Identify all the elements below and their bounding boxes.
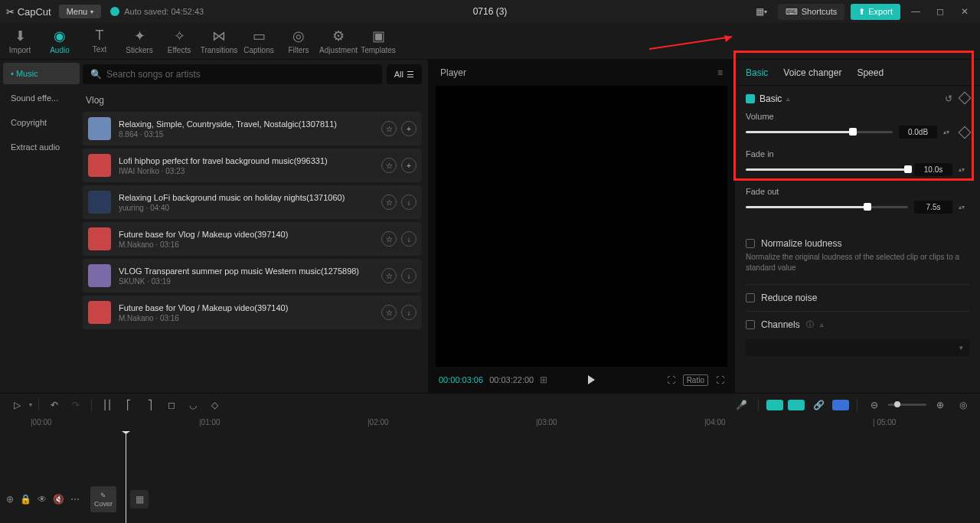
add-icon[interactable]: + <box>401 121 416 136</box>
favorite-icon[interactable]: ☆ <box>381 268 397 283</box>
fullscreen-icon[interactable]: ⛶ <box>716 375 724 384</box>
tool-text[interactable]: TText <box>80 23 119 59</box>
favorite-icon[interactable]: ☆ <box>381 158 397 173</box>
reset-icon[interactable]: ↺ <box>945 93 952 104</box>
tool-effects[interactable]: ✧Effects <box>159 23 199 59</box>
add-icon[interactable]: ↓ <box>401 194 416 210</box>
props-tab-voice-changer[interactable]: Voice changer <box>783 64 841 81</box>
favorite-icon[interactable]: ☆ <box>381 194 397 210</box>
filter-all-button[interactable]: All ☰ <box>387 64 422 84</box>
channels-dropdown[interactable]: ▾ <box>746 339 969 356</box>
timeline-ruler[interactable]: |00:00|01:00|02:00|03:00|04:00| 05:00 <box>0 416 980 431</box>
shortcuts-button[interactable]: ⌨ Shortcuts <box>778 4 844 20</box>
sidebar-item-3[interactable]: Extract audio <box>3 136 80 158</box>
undo-button[interactable]: ↶ <box>45 396 64 414</box>
tool-templates[interactable]: ▣Templates <box>358 23 398 59</box>
player-canvas[interactable] <box>436 86 727 367</box>
volume-keyframe-icon[interactable] <box>959 126 972 139</box>
link-icon[interactable]: 🔗 <box>809 396 828 414</box>
redo-button[interactable]: ↷ <box>67 396 85 414</box>
fadein-slider[interactable] <box>746 168 908 171</box>
lock-icon[interactable]: 🔒 <box>20 494 31 505</box>
fadein-spinner[interactable]: ▴▾ <box>959 166 969 173</box>
tool-captions[interactable]: ▭Captions <box>239 23 279 59</box>
channels-checkbox[interactable] <box>746 320 755 329</box>
zoom-slider[interactable] <box>888 404 926 406</box>
favorite-icon[interactable]: ☆ <box>381 231 397 247</box>
volume-spinner[interactable]: ▴▾ <box>943 129 954 136</box>
keyframe-icon[interactable] <box>959 92 972 105</box>
fit-button[interactable]: ◎ <box>954 396 972 414</box>
trim-left-button[interactable]: ⎡ <box>119 396 138 414</box>
cover-button[interactable]: ✎Cover <box>90 486 116 512</box>
ruler-mark: | 05:00 <box>873 418 896 427</box>
export-button[interactable]: ⬆ Export <box>851 4 900 20</box>
snap-toggle[interactable] <box>766 400 783 410</box>
bookmark-button[interactable]: ◇ <box>205 396 224 414</box>
tool-import[interactable]: ⬇Import <box>0 23 40 59</box>
title-bar: ✂ CapCut Menu ▾ Auto saved: 04:52:43 071… <box>0 0 980 23</box>
magnet-toggle[interactable] <box>788 400 805 410</box>
menu-button[interactable]: Menu ▾ <box>59 5 102 18</box>
favorite-icon[interactable]: ☆ <box>381 305 397 320</box>
tool-audio[interactable]: ◉Audio <box>40 23 80 59</box>
close-button[interactable]: ✕ <box>956 2 974 21</box>
ratio-button[interactable]: Ratio <box>683 374 708 386</box>
normalize-checkbox[interactable] <box>746 239 755 248</box>
maximize-button[interactable]: ◻ <box>931 2 949 21</box>
song-row[interactable]: Future base for Vlog / Makeup video(3971… <box>83 296 422 329</box>
more-icon[interactable]: ⋯ <box>70 494 80 505</box>
song-row[interactable]: Relaxing LoFi background music on holida… <box>83 185 422 219</box>
fadeout-spinner[interactable]: ▴▾ <box>959 204 969 211</box>
mute-icon[interactable]: 🔇 <box>53 494 64 505</box>
volume-value[interactable]: 0.0dB <box>899 126 937 139</box>
song-row[interactable]: Relaxing, Simple, Countryside, Travel, N… <box>83 112 422 145</box>
track-thumbnail[interactable]: ▦ <box>130 490 149 508</box>
favorite-icon[interactable]: ☆ <box>381 121 397 136</box>
track-menu-icon[interactable]: ⊕ <box>6 494 14 505</box>
crop-icon[interactable]: ⛶ <box>667 375 675 384</box>
zoom-out-button[interactable]: ⊖ <box>865 396 884 414</box>
sidebar-item-1[interactable]: Sound effe... <box>3 87 80 109</box>
song-thumb <box>88 227 111 250</box>
volume-slider[interactable] <box>746 131 893 133</box>
song-row[interactable]: VLOG Transparent summer pop music Wester… <box>83 259 422 293</box>
tool-transitions[interactable]: ⋈Transitions <box>199 23 239 59</box>
basic-checkbox[interactable] <box>746 94 755 103</box>
props-tab-speed[interactable]: Speed <box>857 64 884 81</box>
pointer-tool[interactable]: ▷ <box>8 396 26 414</box>
zoom-in-button[interactable]: ⊕ <box>931 396 949 414</box>
props-tab-basic[interactable]: Basic <box>746 64 768 81</box>
fadeout-value[interactable]: 7.5s <box>914 201 952 214</box>
preview-toggle[interactable] <box>832 400 849 410</box>
add-icon[interactable]: ↓ <box>401 231 416 247</box>
crop-button[interactable]: ◻ <box>162 396 181 414</box>
add-icon[interactable]: + <box>401 158 416 173</box>
tool-stickers[interactable]: ✦Stickers <box>119 23 159 59</box>
play-button[interactable] <box>586 374 596 385</box>
playhead[interactable] <box>126 431 126 523</box>
add-icon[interactable]: ↓ <box>401 305 416 320</box>
song-row[interactable]: Lofi hiphop perfect for travel backgroun… <box>83 149 422 182</box>
song-list: Relaxing, Simple, Countryside, Travel, N… <box>83 112 422 329</box>
split-button[interactable]: ⎮⎮ <box>98 396 116 414</box>
add-icon[interactable]: ↓ <box>401 268 416 283</box>
minimize-button[interactable]: — <box>906 2 925 21</box>
sidebar-item-0[interactable]: • Music <box>3 63 80 84</box>
player-menu-icon[interactable]: ≡ <box>717 67 723 78</box>
trim-right-button[interactable]: ⎤ <box>141 396 159 414</box>
player-label: Player <box>440 67 466 78</box>
fadeout-slider[interactable] <box>746 206 908 208</box>
tool-adjustment[interactable]: ⚙Adjustment <box>318 23 358 59</box>
tool-filters[interactable]: ◎Filters <box>279 23 318 59</box>
marker-button[interactable]: ◡ <box>184 396 202 414</box>
sidebar-item-2[interactable]: Copyright <box>3 112 80 133</box>
layout-icon[interactable]: ▦ ▾ <box>752 2 772 21</box>
song-row[interactable]: Future base for Vlog / Makeup video(3971… <box>83 222 422 256</box>
eye-icon[interactable]: 👁 <box>38 494 47 505</box>
view-grid-icon[interactable]: ⊞ <box>540 374 547 385</box>
search-input[interactable]: 🔍 Search songs or artists <box>83 64 382 84</box>
fadein-value[interactable]: 10.0s <box>914 163 952 176</box>
mic-icon[interactable]: 🎤 <box>732 396 750 414</box>
reduce-noise-checkbox[interactable] <box>746 293 755 302</box>
